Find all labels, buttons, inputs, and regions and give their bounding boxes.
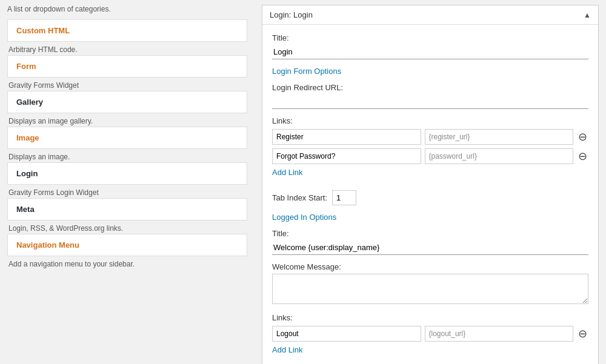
logged-in-link-url-input-0[interactable] — [425, 326, 574, 342]
header-prefix: Login: — [270, 10, 291, 19]
widget-desc-form: Gravity Forms Widget — [7, 81, 247, 90]
title-input[interactable] — [272, 45, 588, 59]
link-row-0: ⊖ — [272, 129, 588, 145]
tab-index-row: Tab Index Start: — [272, 190, 588, 205]
logged-in-links-label: Links: — [272, 313, 588, 322]
redirect-url-label: Login Redirect URL: — [272, 83, 588, 92]
widget-desc-gallery: Displays an image gallery. — [7, 117, 247, 125]
link-text-input-1[interactable] — [272, 148, 421, 164]
widget-title-image: Image — [16, 133, 238, 142]
logged-in-links-section: Links: ⊖ Add Link — [272, 313, 588, 362]
header-title: Login — [293, 10, 313, 19]
widget-button-image[interactable]: Image — [7, 127, 247, 149]
widget-button-form[interactable]: Form — [7, 55, 247, 78]
logged-in-title-label: Title: — [272, 229, 588, 238]
widget-form-container: Login: Login ▲ Title: Login Form Options… — [262, 5, 599, 364]
links-label: Links: — [272, 116, 588, 125]
widget-form-body: Title: Login Form Options Login Redirect… — [262, 25, 598, 364]
logged-in-add-link-button[interactable]: Add Link — [272, 345, 303, 354]
redirect-url-input[interactable] — [272, 94, 588, 109]
redirect-url-row: Login Redirect URL: — [272, 83, 588, 109]
widget-title-login: Login — [16, 169, 238, 178]
widget-desc-navigation-menu: Add a navigation menu to your sidebar. — [7, 260, 247, 268]
widget-item-image: ImageDisplays an image. — [7, 127, 247, 161]
widget-desc-login: Gravity Forms Login Widget — [7, 188, 247, 197]
widget-button-navigation-menu[interactable]: Navigation Menu — [7, 234, 247, 256]
collapse-arrow[interactable]: ▲ — [584, 11, 591, 19]
links-rows: ⊖⊖ — [272, 129, 588, 164]
link-row-1: ⊖ — [272, 148, 588, 164]
welcome-message-input[interactable] — [272, 274, 588, 304]
welcome-message-label: Welcome Message: — [272, 262, 588, 271]
link-text-input-0[interactable] — [272, 129, 421, 145]
remove-link-button-0[interactable]: ⊖ — [577, 131, 588, 142]
logged-in-options-link[interactable]: Logged In Options — [272, 213, 588, 222]
link-url-input-0[interactable] — [425, 129, 574, 145]
widget-form-title: Login: Login — [270, 10, 313, 19]
widget-item-custom-html: Custom HTMLArbitrary HTML code. — [7, 19, 247, 54]
widget-form-header: Login: Login ▲ — [262, 5, 598, 25]
right-panel: Login: Login ▲ Title: Login Form Options… — [255, 0, 606, 364]
widget-item-gallery: GalleryDisplays an image gallery. — [7, 91, 247, 125]
widget-item-meta: MetaLogin, RSS, & WordPress.org links. — [7, 198, 247, 233]
widget-list: Custom HTMLArbitrary HTML code.FormGravi… — [7, 19, 247, 268]
title-label: Title: — [272, 33, 588, 42]
widget-desc-custom-html: Arbitrary HTML code. — [7, 45, 247, 54]
remove-link-button-1[interactable]: ⊖ — [577, 151, 588, 162]
welcome-message-row: Welcome Message: — [272, 262, 588, 306]
widget-title-gallery: Gallery — [16, 98, 238, 107]
login-form-options-link[interactable]: Login Form Options — [272, 67, 588, 76]
logged-in-link-row-0: ⊖ — [272, 326, 588, 342]
intro-text: A list or dropdown of categories. — [7, 5, 247, 13]
widget-item-navigation-menu: Navigation MenuAdd a navigation menu to … — [7, 234, 247, 268]
widget-button-meta[interactable]: Meta — [7, 198, 247, 220]
widget-title-custom-html: Custom HTML — [16, 26, 238, 35]
widget-title-meta: Meta — [16, 205, 238, 214]
widget-button-gallery[interactable]: Gallery — [7, 91, 247, 113]
logged-in-title-input[interactable] — [272, 240, 588, 255]
logged-in-links-rows: ⊖ — [272, 326, 588, 342]
widget-item-login: LoginGravity Forms Login Widget — [7, 162, 247, 197]
tab-index-label: Tab Index Start: — [272, 193, 327, 202]
widget-desc-image: Displays an image. — [7, 153, 247, 161]
logged-in-remove-link-button-0[interactable]: ⊖ — [577, 328, 588, 339]
left-panel: A list or dropdown of categories. Custom… — [0, 0, 255, 364]
widget-button-custom-html[interactable]: Custom HTML — [7, 19, 247, 42]
links-section: Links: ⊖⊖ Add Link — [272, 116, 588, 184]
widget-title-navigation-menu: Navigation Menu — [16, 240, 238, 250]
title-row: Title: — [272, 33, 588, 59]
widget-desc-meta: Login, RSS, & WordPress.org links. — [7, 224, 247, 233]
add-link-button[interactable]: Add Link — [272, 168, 303, 177]
link-url-input-1[interactable] — [425, 148, 574, 164]
widget-title-form: Form — [16, 62, 238, 71]
widget-item-form: FormGravity Forms Widget — [7, 55, 247, 90]
widget-button-login[interactable]: Login — [7, 162, 247, 185]
logged-in-link-text-input-0[interactable] — [272, 326, 421, 342]
tab-index-input[interactable] — [332, 190, 356, 205]
logged-in-title-row: Title: — [272, 229, 588, 255]
